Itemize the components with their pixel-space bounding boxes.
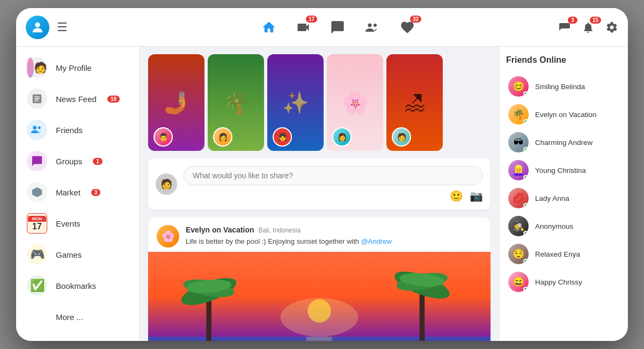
right-panel: Friends Online 😊 Smiling Belinda 🌴 Evely… — [499, 47, 628, 341]
sidebar-item-market[interactable]: Market 3 — [16, 177, 139, 208]
my-profile-label: My Profile — [56, 63, 92, 72]
sidebar: 🧑 My Profile News Feed 18 — [16, 47, 140, 341]
more-icon — [27, 307, 47, 327]
friend-name-smiling-belinda: Smiling Belinda — [535, 83, 585, 91]
main-layout: 🧑 My Profile News Feed 18 — [16, 47, 628, 341]
likes-badge: 32 — [410, 16, 421, 23]
sidebar-item-my-profile[interactable]: 🧑 My Profile — [16, 52, 139, 83]
story-card-4[interactable]: 🌸 👩 — [327, 54, 383, 151]
sidebar-item-friends[interactable]: Friends — [16, 114, 139, 146]
online-dot — [523, 91, 528, 96]
people-nav-button[interactable] — [364, 20, 380, 35]
friend-item-charming-andrew[interactable]: 🕶 Charming Andrew — [506, 128, 621, 156]
user-avatar[interactable] — [26, 16, 49, 39]
emoji-button[interactable]: 🙂 — [450, 190, 463, 202]
friend-item-anonymous[interactable]: 🕵 Anonymous — [506, 212, 621, 240]
post-header: 🌸 Evelyn on Vacation Bali, Indonesia Lif… — [148, 217, 491, 252]
my-profile-avatar: 🧑 — [27, 57, 47, 78]
friend-item-evelyn[interactable]: 🌴 Evelyn on Vacation — [506, 100, 621, 128]
svg-point-1 — [368, 23, 372, 27]
friends-icon — [27, 120, 47, 140]
friend-item-happy-chrissy[interactable]: 😄 Happy Chrissy — [506, 268, 621, 296]
friend-name-anonymous: Anonymous — [535, 222, 573, 230]
friend-item-young-christina[interactable]: 👱‍♀️ Young Christina — [506, 156, 621, 184]
svg-point-7 — [308, 299, 331, 322]
sidebar-item-bookmarks[interactable]: ✅ Bookmarks — [16, 270, 139, 301]
post-author-name: Evelyn on Vacation — [186, 226, 254, 234]
sidebar-item-news-feed[interactable]: News Feed 18 — [16, 83, 139, 114]
market-icon — [27, 182, 47, 202]
video-badge: 17 — [306, 16, 317, 23]
friend-avatar-happy-chrissy: 😄 — [508, 272, 529, 292]
likes-nav-button[interactable]: 32 — [400, 20, 415, 35]
messages-badge: 3 — [568, 17, 577, 24]
composer-input[interactable] — [184, 166, 483, 185]
post-mention[interactable]: @Andrew — [361, 237, 392, 245]
messages-icon-button[interactable]: 3 — [558, 21, 571, 34]
post-image — [148, 252, 491, 341]
news-feed-icon — [27, 89, 47, 109]
camera-button[interactable]: 📷 — [470, 190, 483, 202]
friend-avatar-lady-anna: 💋 — [508, 188, 529, 208]
video-nav-button[interactable]: 17 — [296, 20, 311, 35]
hamburger-menu[interactable]: ☰ — [57, 20, 68, 34]
svg-point-3 — [33, 126, 36, 129]
story-card-2[interactable]: 🌴 👩 — [208, 54, 264, 151]
friends-label: Friends — [56, 126, 83, 135]
friend-avatar-smiling-belinda: 😊 — [508, 76, 529, 97]
top-nav: ☰ 17 — [16, 8, 628, 47]
online-dot — [523, 119, 528, 124]
post-text: Life is better by the pool :) Enjoying s… — [186, 237, 482, 246]
story-card-5[interactable]: 🏖 🧑 — [386, 54, 443, 151]
online-dot — [523, 259, 528, 264]
friend-avatar-relaxed-enya: 😌 — [508, 244, 529, 264]
bookmarks-icon: ✅ — [27, 275, 47, 296]
groups-label: Groups — [56, 157, 82, 166]
online-dot — [523, 147, 528, 152]
notifications-button[interactable]: 15 — [582, 21, 595, 34]
sidebar-item-events[interactable]: MON 17 Events — [16, 208, 139, 239]
story-avatar-4: 👩 — [332, 127, 352, 147]
events-icon: MON 17 — [27, 213, 47, 234]
stories-row: 🤳 👨 🌴 👩 ✨ 👧 — [148, 54, 491, 151]
nav-left: ☰ — [26, 16, 122, 39]
sidebar-item-groups[interactable]: Groups 1 — [16, 146, 139, 177]
games-icon: 🎮 — [27, 244, 47, 265]
composer-actions: 🙂 📷 — [184, 190, 483, 202]
friend-item-smiling-belinda[interactable]: 😊 Smiling Belinda — [506, 72, 621, 100]
post-author-avatar: 🌸 — [157, 225, 179, 248]
feed-area: 🤳 👨 🌴 👩 ✨ 👧 — [140, 47, 499, 341]
nav-center: 17 32 — [122, 20, 554, 35]
friend-name-charming-andrew: Charming Andrew — [535, 139, 592, 147]
friend-name-happy-chrissy: Happy Chrissy — [535, 278, 582, 286]
sidebar-item-more[interactable]: More ... — [16, 301, 139, 332]
story-avatar-3: 👧 — [273, 127, 292, 147]
story-avatar-5: 🧑 — [392, 127, 411, 147]
settings-button[interactable] — [605, 21, 618, 34]
friend-item-relaxed-enya[interactable]: 😌 Relaxed Enya — [506, 240, 621, 268]
friends-online-title: Friends Online — [506, 55, 621, 65]
svg-rect-9 — [306, 337, 332, 341]
post-location: Bali, Indonesia — [257, 227, 301, 234]
events-label: Events — [56, 219, 80, 228]
svg-point-4 — [38, 126, 41, 129]
friend-name-young-christina: Young Christina — [535, 166, 586, 174]
online-dot — [523, 231, 528, 236]
friend-name-relaxed-enya: Relaxed Enya — [535, 250, 580, 258]
friend-name-evelyn: Evelyn on Vacation — [535, 111, 597, 119]
home-nav-button[interactable] — [261, 20, 276, 35]
post-composer: 🧑 🙂 📷 — [148, 158, 491, 210]
story-card-1[interactable]: 🤳 👨 — [148, 54, 204, 151]
friend-item-lady-anna[interactable]: 💋 Lady Anna — [506, 184, 621, 212]
svg-point-2 — [374, 24, 377, 27]
sidebar-item-games[interactable]: 🎮 Games — [16, 239, 139, 270]
news-feed-label: News Feed — [56, 94, 97, 104]
friend-name-lady-anna: Lady Anna — [535, 194, 569, 202]
bookmarks-label: Bookmarks — [56, 281, 96, 290]
messages-nav-button[interactable] — [330, 20, 345, 35]
friend-avatar-anonymous: 🕵 — [508, 216, 529, 236]
story-card-3[interactable]: ✨ 👧 — [267, 54, 324, 151]
notifications-badge: 15 — [590, 17, 601, 24]
nav-right: 3 15 — [554, 21, 618, 34]
friend-avatar-charming-andrew: 🕶 — [508, 132, 529, 152]
